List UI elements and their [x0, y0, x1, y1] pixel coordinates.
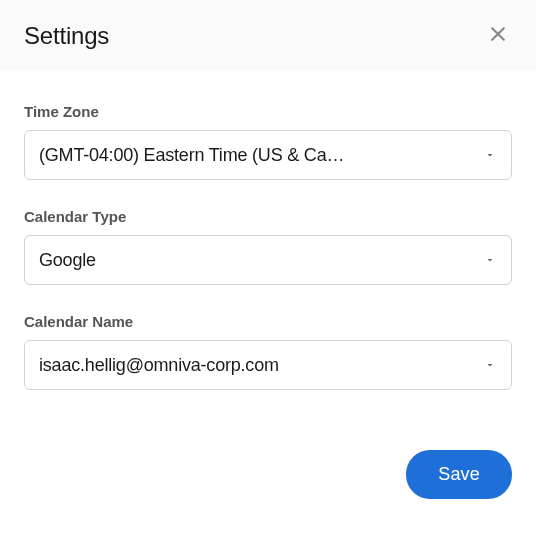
save-button[interactable]: Save [406, 450, 512, 499]
calendar-type-label: Calendar Type [24, 208, 512, 225]
calendar-name-label: Calendar Name [24, 313, 512, 330]
page-title: Settings [24, 22, 109, 50]
close-icon [488, 24, 508, 47]
timezone-field-group: Time Zone (GMT-04:00) Eastern Time (US &… [24, 103, 512, 180]
calendar-type-select[interactable]: Google [24, 235, 512, 285]
close-button[interactable] [484, 20, 512, 51]
timezone-select[interactable]: (GMT-04:00) Eastern Time (US & Ca… [24, 130, 512, 180]
calendar-name-select-wrap: isaac.hellig@omniva-corp.com [24, 340, 512, 390]
calendar-name-select[interactable]: isaac.hellig@omniva-corp.com [24, 340, 512, 390]
calendar-type-select-wrap: Google [24, 235, 512, 285]
timezone-select-wrap: (GMT-04:00) Eastern Time (US & Ca… [24, 130, 512, 180]
calendar-name-field-group: Calendar Name isaac.hellig@omniva-corp.c… [24, 313, 512, 390]
settings-footer: Save [0, 442, 536, 523]
settings-header: Settings [0, 0, 536, 71]
timezone-label: Time Zone [24, 103, 512, 120]
settings-form: Time Zone (GMT-04:00) Eastern Time (US &… [0, 71, 536, 442]
calendar-type-field-group: Calendar Type Google [24, 208, 512, 285]
